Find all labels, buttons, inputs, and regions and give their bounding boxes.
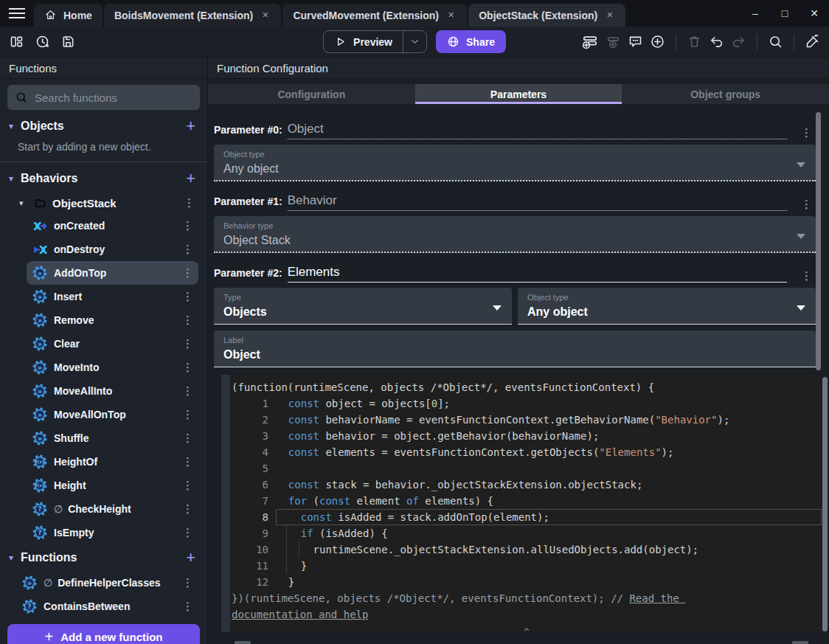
function-item-menu-button[interactable]: ⋮ [178, 361, 197, 374]
preview-dropdown-button[interactable] [403, 37, 426, 46]
line-content[interactable]: if (isAdded) { [276, 525, 822, 541]
code-line-11[interactable]: 11 } [232, 558, 822, 574]
function-item-isempty[interactable]: ?IsEmpty⋮ [27, 521, 198, 544]
history-button[interactable] [35, 34, 50, 49]
function-item-moveinto[interactable]: »MoveInto⋮ [27, 356, 198, 379]
edit-extension-button[interactable] [805, 34, 820, 49]
parameter-1-name-field[interactable]: Behavior [288, 193, 787, 211]
code-line-9[interactable]: 9 if (isAdded) { [232, 525, 822, 541]
chevron-down-icon[interactable]: ▾ [19, 198, 28, 208]
code-line-7[interactable]: 7 for (const element of elements) { [232, 493, 822, 509]
search-button[interactable] [768, 34, 783, 49]
preview-button[interactable]: Preview [323, 30, 427, 53]
function-item-moveallinto[interactable]: »MoveAllInto⋮ [27, 379, 198, 403]
add-object-button[interactable]: + [183, 119, 198, 134]
line-content[interactable]: const isAdded = stack.addOnTop(element); [276, 509, 822, 525]
line-content[interactable]: const behaviorName = eventsFunctionConte… [276, 412, 822, 428]
code-line-3[interactable]: 3 const behavior = object.getBehavior(be… [232, 428, 822, 444]
code-line-12[interactable]: 12 } [232, 574, 822, 590]
line-content[interactable]: const elements = eventsFunctionContext.g… [276, 444, 822, 460]
function-item-shuffle[interactable]: »Shuffle⋮ [27, 426, 198, 450]
section-functions[interactable]: ▾ Functions + [0, 544, 207, 571]
section-behaviors[interactable]: ▾ Behaviors + [0, 165, 207, 192]
function-item-ondestroy[interactable]: onDestroy⋮ [27, 238, 198, 261]
function-item-menu-button[interactable]: ⋮ [178, 314, 197, 327]
chevron-down-icon[interactable]: ▾ [9, 121, 21, 131]
close-button[interactable]: ✕ [799, 0, 829, 27]
tab-close-icon[interactable]: ✕ [445, 9, 457, 21]
tab-boidsmovement-extension[interactable]: BoidsMovement (Extension)✕ [104, 4, 281, 27]
parameter-0-menu-button[interactable]: ⋮ [797, 126, 816, 139]
parameter-2-menu-button[interactable]: ⋮ [797, 269, 816, 283]
tab-home[interactable]: Home [34, 4, 103, 27]
parameter-2-type-select[interactable]: Type Objects [214, 288, 512, 325]
behavior-folder-objectstack[interactable]: ▾ ObjectStack ⋮ [0, 192, 207, 214]
code-line-8[interactable]: 8 const isAdded = stack.addOnTop(element… [232, 509, 822, 525]
add-comment-button[interactable] [628, 34, 643, 49]
maximize-button[interactable]: □ [770, 0, 799, 27]
code-lines[interactable]: 1 const object = objects[0];2 const beha… [232, 395, 822, 590]
parameter-0-name-field[interactable]: Object [288, 122, 787, 139]
code-line-4[interactable]: 4 const elements = eventsFunctionContext… [232, 444, 822, 460]
function-item-definehelperclasses[interactable]: »∅DefineHelperClasses⋮ [16, 571, 198, 595]
function-item-checkheight[interactable]: ?∅CheckHeight⋮ [27, 497, 198, 521]
function-item-menu-button[interactable]: ⋮ [178, 526, 197, 539]
function-item-menu-button[interactable]: ⋮ [178, 502, 197, 516]
share-button[interactable]: Share [436, 30, 506, 53]
parameter-2-label-input[interactable]: Label Object [214, 330, 816, 367]
tab-object-groups[interactable]: Object groups [622, 84, 829, 104]
code-line-1[interactable]: 1 const object = objects[0]; [232, 395, 822, 412]
function-item-oncreated[interactable]: onCreated⋮ [27, 214, 198, 238]
code-line-2[interactable]: 2 const behaviorName = eventsFunctionCon… [232, 412, 822, 428]
undo-button[interactable] [709, 34, 724, 49]
parameter-2-name-field[interactable]: Elements [288, 265, 787, 283]
line-content[interactable] [276, 460, 822, 477]
collapse-caret[interactable]: ^ [232, 624, 822, 632]
tab-parameters[interactable]: Parameters [415, 84, 622, 104]
function-item-containsbetween[interactable]: ?ContainsBetween⋮ [16, 595, 198, 618]
tab-curvedmovement-extension[interactable]: CurvedMovement (Extension)✕ [282, 4, 467, 27]
panels-button[interactable] [9, 34, 24, 49]
function-item-menu-button[interactable]: ⋮ [178, 432, 197, 445]
line-content[interactable]: const stack = behavior._objectStackExten… [276, 477, 822, 493]
tab-objectstack-extension[interactable]: ObjectStack (Extension)✕ [468, 4, 625, 27]
section-objects[interactable]: ▾ Objects + [0, 113, 207, 139]
function-item-menu-button[interactable]: ⋮ [178, 243, 197, 256]
folder-menu-button[interactable]: ⋮ [180, 196, 198, 210]
preview-button-main[interactable]: Preview [324, 35, 403, 48]
tab-close-icon[interactable]: ✕ [604, 9, 615, 21]
function-item-menu-button[interactable]: ⋮ [178, 337, 197, 350]
code-line-6[interactable]: 6 const stack = behavior._objectStackExt… [232, 477, 822, 493]
search-input[interactable]: Search functions [7, 85, 200, 110]
function-item-heightof[interactable]: f(x)HeightOf⋮ [27, 450, 198, 474]
javascript-code-editor[interactable]: (function(runtimeScene, objects /*Object… [221, 375, 822, 632]
function-item-addontop[interactable]: »AddOnTop⋮ [27, 261, 198, 285]
line-content[interactable]: for (const element of elements) { [276, 493, 822, 509]
parameter-1-behavior-type-select[interactable]: Behavior type Object Stack [214, 216, 816, 253]
function-item-menu-button[interactable]: ⋮ [178, 266, 197, 280]
function-item-height[interactable]: f(x)Height⋮ [27, 474, 198, 497]
function-item-remove[interactable]: »Remove⋮ [27, 308, 198, 332]
save-button[interactable] [60, 34, 76, 49]
add-behavior-button[interactable]: + [183, 171, 198, 186]
function-item-menu-button[interactable]: ⋮ [178, 408, 197, 421]
parameter-0-object-type-select[interactable]: Object type Any object [214, 145, 816, 181]
function-item-menu-button[interactable]: ⋮ [178, 576, 197, 589]
parameter-2-object-type-select[interactable]: Object type Any object [518, 288, 816, 325]
chevron-down-icon[interactable]: ▾ [9, 553, 21, 563]
function-item-menu-button[interactable]: ⋮ [178, 219, 197, 232]
function-item-menu-button[interactable]: ⋮ [178, 600, 197, 613]
editor-scrollbar[interactable] [822, 377, 828, 631]
add-new-function-button[interactable]: + Add a new function [7, 624, 200, 644]
function-item-menu-button[interactable]: ⋮ [178, 384, 197, 398]
tab-close-icon[interactable]: ✕ [260, 9, 271, 21]
minimize-button[interactable]: – [740, 0, 770, 27]
line-content[interactable]: const behavior = object.getBehavior(beha… [276, 428, 822, 444]
function-item-menu-button[interactable]: ⋮ [178, 479, 197, 492]
function-item-moveallontop[interactable]: »MoveAllOnTop⋮ [27, 403, 198, 426]
code-line-5[interactable]: 5 [232, 460, 822, 477]
add-new-button[interactable] [650, 34, 665, 49]
line-content[interactable]: } [276, 574, 822, 590]
function-item-insert[interactable]: »Insert⋮ [27, 285, 198, 308]
main-menu-button[interactable] [0, 0, 34, 27]
